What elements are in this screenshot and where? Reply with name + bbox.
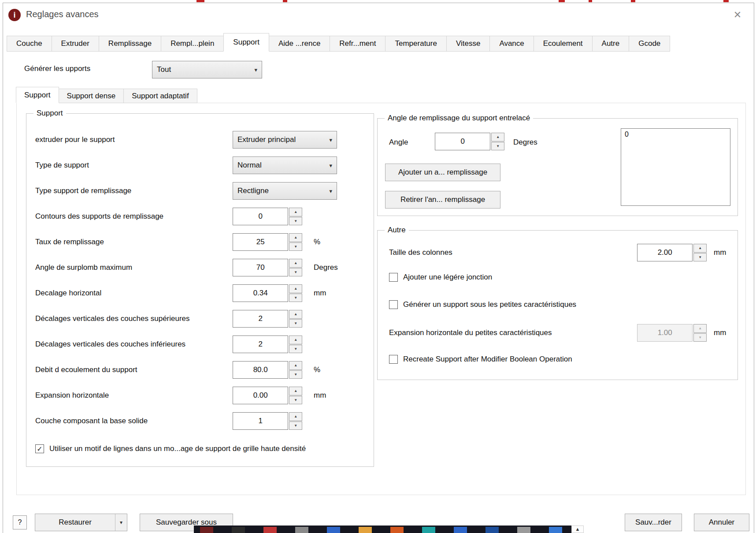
spin-down-icon[interactable]: ▼ bbox=[289, 345, 302, 354]
taskbar-app-icon[interactable] bbox=[295, 527, 308, 533]
support-upper-layers-value[interactable]: 2 bbox=[233, 310, 288, 328]
tab-ecoulement[interactable]: Ecoulement bbox=[534, 36, 593, 52]
tab-support[interactable]: Support bbox=[223, 33, 269, 52]
subtab-support-adaptatif[interactable]: Support adaptatif bbox=[124, 89, 197, 103]
recreate-support-checkbox[interactable] bbox=[389, 355, 398, 364]
support-base-value[interactable]: 1 bbox=[233, 412, 288, 430]
spin-up-icon[interactable]: ▲ bbox=[289, 361, 302, 370]
spin-down-icon[interactable]: ▼ bbox=[289, 370, 302, 379]
taskbar-app-icon[interactable] bbox=[327, 527, 340, 533]
spin-up-icon[interactable]: ▲ bbox=[289, 387, 302, 395]
tab-rempl-plein[interactable]: Rempl...plein bbox=[161, 36, 224, 52]
spin-up-icon[interactable]: ▲ bbox=[491, 133, 504, 142]
tab-aide-rence[interactable]: Aide ...rence bbox=[269, 36, 330, 52]
spin-up-icon[interactable]: ▲ bbox=[289, 310, 302, 319]
support-hexp-spinner[interactable]: 0.00 ▲▼ bbox=[233, 387, 302, 404]
support-overhang-spinner[interactable]: 70 ▲▼ bbox=[233, 259, 302, 276]
support-infill-pct-value[interactable]: 25 bbox=[233, 233, 288, 251]
spin-down-icon[interactable]: ▼ bbox=[693, 253, 707, 262]
taskbar-app-icon[interactable] bbox=[390, 527, 404, 533]
taskbar-app-icon[interactable] bbox=[454, 527, 467, 533]
angle-list[interactable]: 0 bbox=[621, 128, 730, 206]
angle-spinner[interactable]: 0 ▲▼ bbox=[435, 133, 504, 150]
tab-remplissage[interactable]: Remplissage bbox=[99, 36, 161, 52]
support-type-dropdown[interactable]: Normal ▾ bbox=[233, 157, 337, 174]
close-icon[interactable]: ✕ bbox=[730, 8, 745, 22]
field-row: Expansion horizontale 0.00 ▲▼ mm bbox=[26, 383, 374, 408]
tab-avance[interactable]: Avance bbox=[490, 36, 534, 52]
support-offset-value[interactable]: 0.34 bbox=[233, 284, 288, 302]
tab-temperature[interactable]: Temperature bbox=[385, 36, 446, 52]
spin-up-icon[interactable]: ▲ bbox=[289, 284, 302, 293]
subtab-support[interactable]: Support bbox=[16, 87, 59, 103]
generate-supports-label: Générer les upports bbox=[24, 64, 90, 73]
angle-list-item[interactable]: 0 bbox=[621, 129, 730, 140]
support-flow-spinner[interactable]: 80.0 ▲▼ bbox=[233, 361, 302, 379]
spin-down-icon[interactable]: ▼ bbox=[289, 396, 302, 405]
spin-up-icon[interactable]: ▲ bbox=[289, 259, 302, 268]
support-outline-value[interactable]: 0 bbox=[233, 208, 288, 225]
small-features-checkbox[interactable] bbox=[389, 300, 398, 309]
support-extruder-dropdown[interactable]: Extruder principal ▾ bbox=[233, 131, 337, 149]
tab-extruder[interactable]: Extruder bbox=[52, 36, 99, 52]
support-lower-layers-spinner[interactable]: 2 ▲▼ bbox=[233, 335, 302, 353]
support-overhang-value[interactable]: 70 bbox=[233, 259, 288, 276]
pillar-size-spinner[interactable]: 2.00 ▲▼ bbox=[637, 244, 707, 261]
support-hexp-value[interactable]: 0.00 bbox=[233, 387, 288, 404]
taskbar-app-icon[interactable] bbox=[517, 527, 530, 533]
chevron-down-icon[interactable]: ▾ bbox=[115, 519, 127, 526]
support-base-spinner[interactable]: 1 ▲▼ bbox=[233, 412, 302, 430]
joint-checkbox[interactable] bbox=[389, 273, 398, 282]
tab-couche[interactable]: Couche bbox=[7, 36, 52, 52]
spin-down-icon[interactable]: ▼ bbox=[491, 142, 504, 151]
title-bar[interactable]: i Reglages avances ✕ bbox=[3, 3, 754, 27]
help-button[interactable]: ? bbox=[13, 515, 27, 529]
taskbar-icons bbox=[200, 527, 562, 533]
support-infill-type-dropdown[interactable]: Rectligne ▾ bbox=[233, 182, 337, 200]
taskbar-app-icon[interactable] bbox=[549, 527, 562, 533]
taskbar-app-icon[interactable] bbox=[232, 527, 245, 533]
spin-up-icon[interactable]: ▲ bbox=[289, 335, 302, 344]
tab-vitesse[interactable]: Vitesse bbox=[447, 36, 490, 52]
spin-down-icon[interactable]: ▼ bbox=[289, 268, 302, 277]
support-flow-value[interactable]: 80.0 bbox=[233, 361, 288, 379]
taskbar-app-icon[interactable] bbox=[422, 527, 435, 533]
pillar-size-value[interactable]: 2.00 bbox=[637, 244, 693, 261]
tab-autre[interactable]: Autre bbox=[593, 36, 630, 52]
spin-up-icon[interactable]: ▲ bbox=[289, 208, 302, 216]
generate-supports-dropdown[interactable]: Tout ▾ bbox=[152, 61, 262, 78]
remove-angle-button[interactable]: Retirer l'an... remplissage bbox=[385, 191, 500, 209]
taskbar-app-icon[interactable] bbox=[263, 527, 277, 533]
taskbar-app-icon[interactable] bbox=[200, 527, 213, 533]
support-outline-spinner[interactable]: 0 ▲▼ bbox=[233, 208, 302, 225]
spin-down-icon[interactable]: ▼ bbox=[289, 294, 302, 302]
support-flow-label: Debit d ecoulement du support bbox=[35, 365, 137, 374]
taskbar-app-icon[interactable] bbox=[359, 527, 372, 533]
spin-down-icon[interactable]: ▼ bbox=[289, 319, 302, 328]
spin-up-icon[interactable]: ▲ bbox=[693, 244, 707, 253]
spin-up-icon[interactable]: ▲ bbox=[289, 412, 302, 421]
angle-value[interactable]: 0 bbox=[435, 133, 490, 150]
support-infill-pct-spinner[interactable]: 25 ▲▼ bbox=[233, 233, 302, 251]
spin-down-icon[interactable]: ▼ bbox=[289, 242, 302, 251]
support-lower-layers-label: Décalages verticales des couches inférie… bbox=[35, 340, 185, 349]
tab-gcode[interactable]: Gcode bbox=[629, 36, 670, 52]
support-lower-layers-value[interactable]: 2 bbox=[233, 335, 288, 353]
taskbar-app-icon[interactable] bbox=[485, 527, 499, 533]
cancel-button[interactable]: Annuler bbox=[694, 514, 749, 531]
restore-button[interactable]: Restaurer ▾ bbox=[35, 514, 127, 531]
spin-down-icon[interactable]: ▼ bbox=[289, 217, 302, 226]
save-button[interactable]: Sauv...rder bbox=[625, 514, 682, 531]
field-row: Contours des supports de remplissage 0 ▲… bbox=[26, 204, 374, 229]
support-upper-layers-spinner[interactable]: 2 ▲▼ bbox=[233, 310, 302, 328]
taskbar-show-hidden-icon[interactable]: ▲ bbox=[571, 526, 584, 533]
field-row: Taux de remplissage 25 ▲▼ % bbox=[26, 229, 374, 255]
spin-up-icon[interactable]: ▲ bbox=[289, 233, 302, 242]
taskbar[interactable] bbox=[194, 526, 571, 533]
support-offset-spinner[interactable]: 0.34 ▲▼ bbox=[233, 284, 302, 302]
subtab-support-dense[interactable]: Support dense bbox=[59, 89, 124, 103]
tab-refr-ment[interactable]: Refr...ment bbox=[330, 36, 385, 52]
spin-down-icon[interactable]: ▼ bbox=[289, 421, 302, 430]
add-angle-button[interactable]: Ajouter un a... remplissage bbox=[385, 164, 500, 181]
dense-pattern-checkbox[interactable] bbox=[35, 444, 44, 453]
